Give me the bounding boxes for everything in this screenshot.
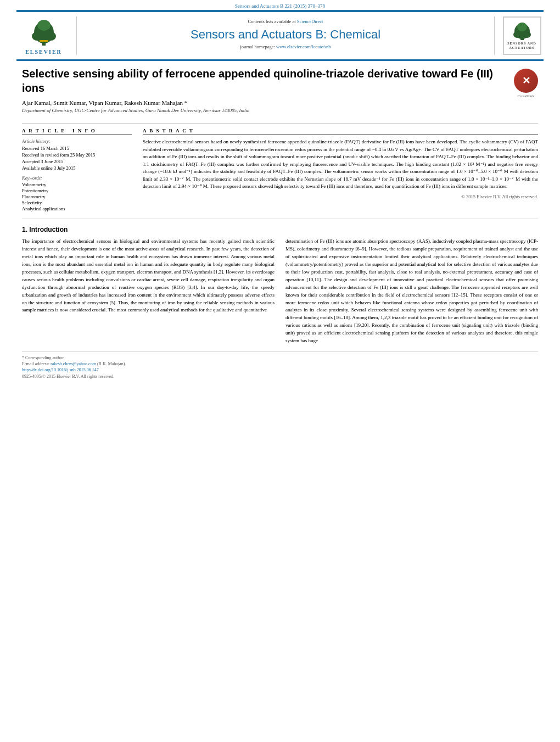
crossmark-icon: ✕ xyxy=(514,69,538,93)
elsevier-label: ELSEVIER xyxy=(25,49,62,55)
article-info-heading: A R T I C L E I N F O xyxy=(22,128,132,135)
intro-col-right: determination of Fe (III) ions are atomi… xyxy=(285,238,538,345)
abstract-text: Selective electrochemical sensors based … xyxy=(143,138,538,191)
footer-corresponding: * Corresponding author. xyxy=(22,355,538,360)
received-date: Received 16 March 2015 xyxy=(22,146,132,151)
crossmark-container: ✕ CrossMark xyxy=(514,69,538,98)
article-info-col: A R T I C L E I N F O Article history: R… xyxy=(22,128,132,212)
article-history-label: Article history: xyxy=(22,138,132,144)
footer-doi: http://dx.doi.org/10.1016/j.snb.2015.06.… xyxy=(22,367,538,372)
svg-point-4 xyxy=(37,20,51,31)
article-body: A R T I C L E I N F O Article history: R… xyxy=(22,128,538,212)
doi-link[interactable]: http://dx.doi.org/10.1016/j.snb.2015.06.… xyxy=(22,367,99,372)
footer-issn: 0925-4005/© 2015 Elsevier B.V. All right… xyxy=(22,374,538,379)
journal-header: ELSEVIER Contents lists available at Sci… xyxy=(16,11,544,60)
main-content: Selective sensing ability of ferrocene a… xyxy=(0,61,560,390)
citation-bar: Sensors and Actuators B 221 (2015) 370–3… xyxy=(0,0,560,10)
keyword-fluorometry: Fluorometry xyxy=(22,194,132,199)
journal-title-area: Contents lists available at ScienceDirec… xyxy=(77,16,494,55)
svg-point-9 xyxy=(523,31,531,38)
sensors-tree-icon xyxy=(511,21,533,41)
email-label: E-mail address: xyxy=(22,361,49,366)
section-heading: 1. Introduction xyxy=(22,226,538,233)
footer-email-line: E-mail address: rakesh.chem@yahoo.com (R… xyxy=(22,361,538,366)
svg-point-2 xyxy=(32,32,43,41)
authors: Ajar Kamal, Sumit Kumar, Vipan Kumar, Ra… xyxy=(22,99,507,106)
affiliation: Department of Chemistry, UGC-Centre for … xyxy=(22,108,507,113)
svg-point-3 xyxy=(45,32,56,41)
keyword-selectivity: Selectivity xyxy=(22,200,132,205)
article-title-section: Selective sensing ability of ferrocene a… xyxy=(22,66,538,124)
introduction-section: 1. Introduction The importance of electr… xyxy=(22,226,538,345)
svg-point-8 xyxy=(513,31,521,38)
homepage-link[interactable]: www.elsevier.com/locate/snb xyxy=(276,44,331,49)
section-divider xyxy=(22,219,538,219)
intro-two-col: The importance of electrochemical sensor… xyxy=(22,238,538,345)
homepage-label: journal homepage: xyxy=(240,44,275,49)
keyword-analytical: Analytical applications xyxy=(22,206,132,211)
elsevier-logo: ELSEVIER xyxy=(16,16,77,55)
intro-col-left: The importance of electrochemical sensor… xyxy=(22,238,275,345)
keyword-potentiometry: Potentiometry xyxy=(22,188,132,193)
email-person: (R.K. Mahajan). xyxy=(97,361,126,366)
email-link[interactable]: rakesh.chem@yahoo.com xyxy=(51,361,96,366)
keyword-voltammetry: Voltammetry xyxy=(22,182,132,187)
elsevier-tree-icon xyxy=(27,17,60,47)
keywords-label: Keywords: xyxy=(22,175,132,181)
abstract-heading: A B S T R A C T xyxy=(143,128,538,135)
article-title: Selective sensing ability of ferrocene a… xyxy=(22,66,507,95)
svg-rect-5 xyxy=(40,40,48,42)
contents-line: Contents lists available at ScienceDirec… xyxy=(82,19,489,24)
sensors-logo: SENSORS ANDACTUATORS xyxy=(494,16,544,55)
citation-text: Sensors and Actuators B 221 (2015) 370–3… xyxy=(235,3,325,9)
sensors-logo-box: SENSORS ANDACTUATORS xyxy=(503,16,541,55)
copyright: © 2015 Elsevier B.V. All rights reserved… xyxy=(143,194,538,199)
online-date: Available online 3 July 2015 xyxy=(22,165,132,171)
page: Sensors and Actuators B 221 (2015) 370–3… xyxy=(0,0,560,742)
svg-point-10 xyxy=(517,23,527,31)
sciencedirect-link[interactable]: ScienceDirect xyxy=(297,19,323,24)
journal-title: Sensors and Actuators B: Chemical xyxy=(82,27,489,42)
revised-date: Received in revised form 25 May 2015 xyxy=(22,152,132,158)
accepted-date: Accepted 3 June 2015 xyxy=(22,159,132,164)
abstract-col: A B S T R A C T Selective electrochemica… xyxy=(143,128,538,212)
contents-label: Contents lists available at xyxy=(248,19,296,24)
article-footer: * Corresponding author. E-mail address: … xyxy=(22,352,538,379)
journal-homepage: journal homepage: www.elsevier.com/locat… xyxy=(82,44,489,49)
